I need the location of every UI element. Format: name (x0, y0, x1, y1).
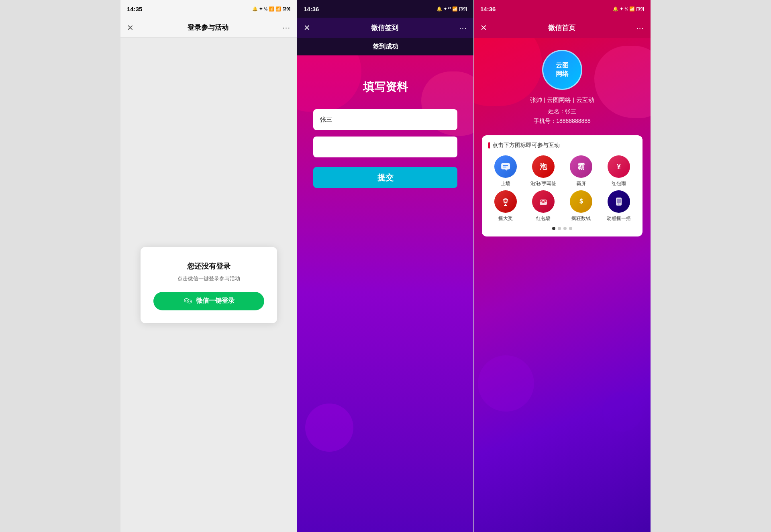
fengkuang-label: 疯狂数钱 (571, 215, 591, 222)
hongbaoyou-label: 红包雨 (612, 180, 626, 187)
submit-label: 提交 (377, 173, 394, 182)
phone-home: 14:36 🔔 ✦ ½ 📶 [39] ✕ 微信首页 ··· (474, 0, 651, 532)
status-bar-1: 14:35 🔔 ✦ ½ 📶 📶 [39] (120, 0, 297, 18)
svg-point-22 (618, 204, 620, 205)
icon-item-shangqiang[interactable]: 上墙 (488, 155, 523, 187)
nav-title-2: 微信签到 (371, 23, 398, 33)
close-icon-2[interactable]: ✕ (304, 23, 310, 33)
success-banner: 签到成功 (297, 38, 473, 55)
svg-point-14 (504, 200, 507, 202)
icon-item-yaodajiang[interactable]: 摇大奖 (488, 190, 523, 222)
time-2: 14:36 (304, 6, 319, 12)
svg-point-5 (188, 300, 191, 303)
nav-bar-2: ✕ 微信签到 ··· (297, 18, 473, 38)
svg-point-3 (185, 300, 186, 301)
shangqiang-label: 上墙 (501, 180, 510, 187)
svg-rect-8 (502, 163, 510, 169)
name-input[interactable] (313, 109, 457, 130)
home-content: 云图 网络 张帅 | 云图网络 | 云互动 姓名：张三 手机号：18888888… (474, 38, 651, 532)
donggan-icon (608, 190, 630, 213)
close-icon-1[interactable]: ✕ (127, 23, 134, 33)
login-subtitle: 点击微信一键登录参与活动 (153, 275, 264, 282)
svg-rect-21 (617, 199, 621, 203)
wechat-icon (183, 296, 193, 306)
status-bar-2: 14:36 🔔 ✦ ²⁷ 📶 [39] (297, 0, 473, 18)
yaodajiang-label: 摇大奖 (498, 215, 513, 222)
svg-point-4 (187, 300, 188, 301)
more-icon-1[interactable]: ··· (282, 23, 290, 32)
yaodajiang-icon (494, 190, 517, 213)
more-icon-2[interactable]: ··· (459, 23, 467, 33)
icon-item-paopao[interactable]: 泡 泡泡/手写签 (526, 155, 561, 187)
icon-item-hongbaoqiang[interactable]: 红包墙 (526, 190, 561, 222)
status-icons-1: 🔔 ✦ ½ 📶 📶 [39] (252, 6, 290, 12)
baping-icon: 霸 (570, 155, 592, 178)
company-info: 张帅 | 云图网络 | 云互动 姓名：张三 手机号：18888888888 (530, 96, 594, 127)
activity-card: 点击下方图标即可参与互动 上墙 (482, 135, 642, 236)
shangqiang-icon (494, 155, 517, 178)
logo-line1: 云图 (556, 61, 569, 70)
baping-label: 霸屏 (576, 180, 586, 187)
form-title: 填写资料 (363, 79, 408, 95)
donggan-label: 动感摇一摇 (607, 215, 631, 222)
hongbaoyou-icon: ¥ (608, 155, 630, 178)
time-1: 14:35 (127, 6, 142, 12)
hongbaoqiang-icon (532, 190, 555, 213)
logo-line2: 网络 (556, 70, 569, 78)
close-icon-3[interactable]: ✕ (480, 23, 487, 33)
card-title: 点击下方图标即可参与互动 (488, 142, 636, 149)
phone-line: 手机号：18888888888 (530, 118, 594, 125)
status-bar-3: 14:36 🔔 ✦ ½ 📶 [39] (474, 0, 651, 18)
login-content: 您还没有登录 点击微信一键登录参与活动 (120, 38, 297, 532)
nav-title-1: 登录参与活动 (188, 23, 228, 32)
status-icons-3: 🔔 ✦ ½ 📶 [39] (613, 6, 644, 12)
fengkuang-icon: ＄ (570, 190, 592, 213)
icon-item-baping[interactable]: 霸 霸屏 (564, 155, 598, 187)
svg-point-7 (190, 301, 191, 302)
company-logo: 云图 网络 (542, 50, 582, 90)
login-card: 您还没有登录 点击微信一键登录参与活动 (141, 247, 277, 323)
svg-marker-12 (505, 169, 508, 171)
icon-item-donggan[interactable]: 动感摇一摇 (602, 190, 636, 222)
dot-1 (552, 227, 555, 230)
name-line: 姓名：张三 (530, 108, 594, 115)
page-dots (488, 227, 636, 230)
paopao-label: 泡泡/手写签 (530, 180, 556, 187)
form-content: 填写资料 18888888888 提交 (297, 55, 473, 532)
login-title: 您还没有登录 (153, 261, 264, 271)
wechat-login-button[interactable]: 微信一键登录 (153, 292, 264, 310)
dot-3 (563, 227, 567, 230)
success-text: 签到成功 (373, 43, 398, 51)
phone-input[interactable]: 18888888888 (313, 137, 457, 157)
phone-login: 14:35 🔔 ✦ ½ 📶 📶 [39] ✕ 登录参与活动 ··· 您还没有登录… (120, 0, 297, 532)
icon-item-fengkuang[interactable]: ＄ 疯狂数钱 (564, 190, 598, 222)
nav-bar-1: ✕ 登录参与活动 ··· (120, 18, 297, 38)
more-icon-3[interactable]: ··· (636, 23, 644, 33)
wechat-login-label: 微信一键登录 (196, 297, 235, 305)
svg-point-6 (188, 301, 189, 302)
hongbaoqiang-label: 红包墙 (536, 215, 551, 222)
company-line: 张帅 | 云图网络 | 云互动 (530, 96, 594, 104)
icon-grid: 上墙 泡 泡泡/手写签 霸 霸屏 (488, 155, 636, 222)
paopao-icon: 泡 (532, 155, 555, 178)
time-3: 14:36 (480, 6, 496, 12)
icon-item-hongbaoyou[interactable]: ¥ 红包雨 (602, 155, 636, 187)
nav-title-3: 微信首页 (548, 23, 575, 33)
submit-button[interactable]: 提交 (313, 167, 457, 188)
dot-2 (558, 227, 561, 230)
nav-bar-3: ✕ 微信首页 ··· (474, 18, 651, 38)
phone-form: 14:36 🔔 ✦ ²⁷ 📶 [39] ✕ 微信签到 ··· 签到成功 (297, 0, 474, 532)
status-icons-2: 🔔 ✦ ²⁷ 📶 [39] (436, 6, 467, 12)
dot-4 (569, 227, 572, 230)
